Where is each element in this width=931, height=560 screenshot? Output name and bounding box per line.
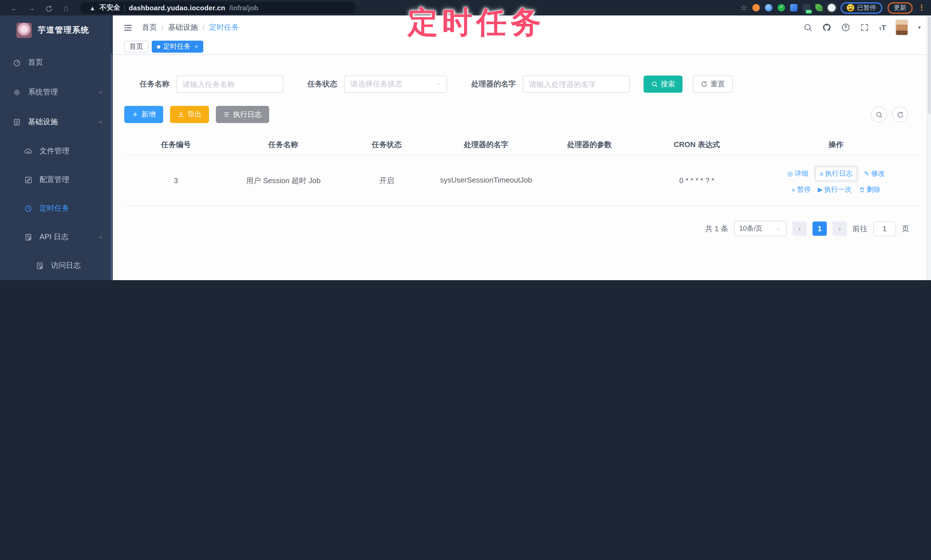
table-header-row: 任务编号 任务名称 任务状态 处理器的名字 处理器的参数 CRON 表达式 操作 [124,134,920,156]
export-button[interactable]: 导出 [170,106,209,123]
task-status-label: 任务状态 [307,79,337,89]
list-icon [223,111,230,118]
gauge-icon [12,58,21,67]
next-page-button[interactable]: › [832,222,847,236]
task-status-select[interactable]: 请选择任务状态 [344,75,447,93]
help-icon[interactable] [841,23,850,32]
plus-icon [132,111,139,118]
bookmark-star-icon[interactable]: ☆ [741,3,747,12]
sidebar-menu: 首页 系统管理 基础设施 文件管理 [0,45,113,280]
prev-page-button[interactable]: ‹ [792,222,807,236]
browser-menu-icon[interactable]: ⋮ [918,3,925,12]
handler-name-input[interactable] [523,75,630,93]
total-count: 共 1 条 [705,223,728,234]
exec-log-button[interactable]: 执行日志 [216,106,269,123]
chevron-up-icon [97,119,104,125]
page-size-select[interactable]: 10条/页 [734,221,787,236]
tab-close-icon[interactable]: × [195,43,198,50]
search-icon [651,81,658,88]
select-caret-icon [776,226,781,231]
refresh-table-button[interactable] [892,106,908,123]
reload-icon[interactable] [40,3,57,12]
fullscreen-icon[interactable] [860,23,869,32]
row-exec-log-link[interactable]: ≡执行日志 [815,166,857,181]
update-button[interactable]: 更新 [888,2,913,14]
toggle-search-button[interactable] [871,106,887,123]
sidebar-item-system[interactable]: 系统管理 [0,77,113,107]
user-avatar[interactable] [896,20,908,35]
sidebar-item-api-log[interactable]: API 日志 [0,223,113,251]
handler-name-label: 处理器的名字 [471,79,516,89]
cron-expression: 0 * * * * ? * [641,176,753,185]
paused-extension-pill[interactable]: 已暂停 [840,2,882,14]
paused-label: 已暂停 [857,3,876,12]
toolbar: 新增 导出 执行日志 [124,106,920,123]
play-icon: ▶ [818,186,823,194]
search-icon [875,111,883,118]
search-button[interactable]: 搜索 [644,75,683,93]
not-secure-label: 不安全 [100,3,120,12]
download-icon [177,111,184,118]
job-id: 3 [124,176,228,185]
sidebar-scrollbar[interactable] [111,53,112,280]
sidebar-item-infra[interactable]: 基础设施 [0,107,113,137]
extension-leaf-icon[interactable] [815,4,823,11]
refresh-icon [896,111,904,118]
add-button[interactable]: 新增 [124,106,163,123]
github-icon[interactable] [822,23,831,32]
address-bar[interactable]: ▲ 不安全 dashboard.yudao.iocoder.cn /infra/… [80,2,356,14]
delete-link[interactable]: 删除 [859,185,880,195]
col-job-id: 任务编号 [124,134,228,155]
tab-home[interactable]: 首页 [124,41,148,53]
breadcrumb-home[interactable]: 首页 [142,22,157,32]
sidebar: 芋道管理系统 首页 系统管理 基础设施 [0,15,113,280]
page-scrollbar[interactable] [926,15,931,280]
topbar: 首页 / 基础设施 / 定时任务 тT ▾ [113,15,931,40]
eye-icon: ◎ [787,170,793,177]
active-tab-dot [157,45,160,48]
sidebar-item-config-manage[interactable]: 配置管理 [0,165,113,194]
search-icon[interactable] [803,23,812,32]
scrollbar-thumb[interactable] [928,17,930,114]
table-row: 3 用户 Session 超时 Job 开启 sysUserSessionTim… [124,156,920,206]
extension-orange-icon[interactable] [752,4,760,11]
run-once-link[interactable]: ▶执行一次 [818,185,852,195]
extension-blue-gem-icon[interactable] [790,4,798,11]
tab-scheduled-job[interactable]: 定时任务 × [152,41,203,53]
app-logo-row[interactable]: 芋道管理系统 [0,15,113,45]
gear-icon [12,88,21,97]
home-icon[interactable]: ⌂ [57,3,74,12]
goto-page-input[interactable] [873,221,896,236]
col-cron: CRON 表达式 [641,134,753,155]
page-1-button[interactable]: 1 [812,222,827,236]
edit-square-icon [24,175,32,184]
sidebar-item-access-log[interactable]: 访问日志 [0,251,113,280]
forward-icon[interactable]: → [23,3,40,12]
pagination: 共 1 条 10条/页 ‹ 1 › 前往 页 [124,221,909,236]
task-name-input[interactable] [176,75,284,93]
back-icon[interactable]: ← [6,3,23,12]
refresh-icon [701,81,708,88]
font-size-icon[interactable]: тT [879,23,886,32]
detail-link[interactable]: ◎详细 [787,169,808,178]
sidebar-item-scheduled-job[interactable]: 定时任务 [0,194,113,223]
extension-blue-drop-icon[interactable] [765,4,772,11]
avatar-caret-icon[interactable]: ▾ [918,25,921,30]
edit-link[interactable]: ✎修改 [864,169,885,178]
app-logo [16,22,32,38]
extension-green-check-icon[interactable] [778,4,785,11]
page-unit-label: 页 [902,223,909,234]
col-actions: 操作 [753,134,920,155]
breadcrumb-current: 定时任务 [209,22,239,32]
collapse-menu-icon[interactable] [123,23,133,32]
extension-flower-icon[interactable] [828,4,835,11]
list-icon: ≡ [820,170,823,177]
extension-dark-icon[interactable]: on [803,4,810,11]
reset-button[interactable]: 重置 [693,75,733,93]
breadcrumb-infra[interactable]: 基础设施 [168,22,198,32]
sidebar-item-home[interactable]: 首页 [0,48,113,77]
sidebar-item-file-manage[interactable]: 文件管理 [0,137,113,165]
col-handler-name: 处理器的名字 [434,134,538,155]
pause-link[interactable]: ×暂停 [792,185,811,195]
warning-icon: ▲ [89,4,96,11]
